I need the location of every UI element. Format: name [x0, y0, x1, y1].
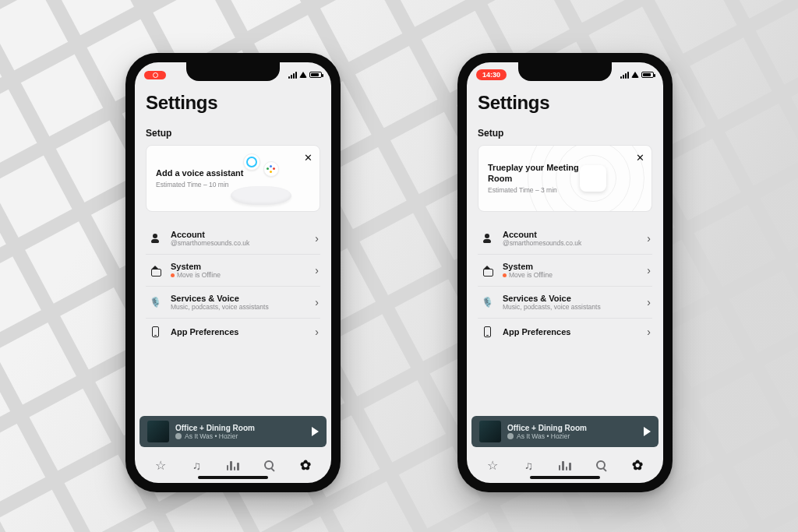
row-account[interactable]: Account @smarthomesounds.co.uk ›	[478, 223, 652, 255]
smart-speaker-icon	[231, 186, 291, 205]
row-label: System	[171, 262, 307, 271]
spotify-icon	[507, 433, 514, 439]
row-services-voice[interactable]: 🎙️ Services & Voice Music, podcasts, voi…	[146, 287, 320, 319]
phone-icon	[147, 326, 163, 337]
play-icon[interactable]	[644, 427, 651, 436]
phone-icon	[479, 326, 495, 337]
content: Settings Setup Add a voice assistant Est…	[135, 87, 331, 413]
row-app-preferences[interactable]: App Preferences ›	[478, 319, 652, 345]
section-label: Setup	[146, 128, 320, 139]
star-icon: ☆	[155, 458, 166, 473]
notch	[518, 62, 612, 81]
play-icon[interactable]	[312, 427, 319, 436]
tab-settings[interactable]: ✿	[295, 457, 316, 474]
tab-favorites[interactable]: ☆	[150, 458, 171, 473]
album-art	[479, 421, 501, 442]
now-playing-room: Office + Dining Room	[175, 424, 305, 432]
setup-card-voice-assistant[interactable]: Add a voice assistant Estimated Time – 1…	[146, 145, 320, 212]
close-icon[interactable]: ✕	[633, 150, 647, 164]
row-system[interactable]: System Move is Offline ›	[478, 255, 652, 287]
tab-favorites[interactable]: ☆	[482, 458, 503, 473]
row-services-voice[interactable]: 🎙️ Services & Voice Music, podcasts, voi…	[478, 287, 652, 319]
wifi-icon	[299, 72, 307, 78]
record-icon	[153, 72, 158, 78]
tab-rooms[interactable]	[554, 460, 576, 470]
offline-dot-icon	[503, 273, 507, 277]
setup-card-trueplay[interactable]: Trueplay your Meeting Room Estimated Tim…	[478, 145, 652, 212]
now-playing-bar[interactable]: Office + Dining Room As It Was • Hozier	[471, 416, 659, 447]
search-icon	[596, 460, 606, 470]
now-playing-bar[interactable]: Office + Dining Room As It Was • Hozier	[139, 416, 327, 447]
tab-settings[interactable]: ✿	[627, 457, 648, 474]
album-art	[147, 421, 169, 442]
stage: Settings Setup Add a voice assistant Est…	[0, 0, 798, 532]
user-icon	[479, 234, 495, 243]
row-account[interactable]: Account @smarthomesounds.co.uk ›	[146, 223, 320, 255]
row-label: Account	[503, 230, 639, 239]
card-illustration	[223, 152, 301, 205]
page-title: Settings	[478, 92, 652, 114]
cellular-icon	[620, 72, 629, 79]
tab-search[interactable]	[258, 460, 280, 470]
content: Settings Setup Trueplay your Meeting Roo…	[467, 87, 663, 413]
section-label: Setup	[478, 128, 652, 139]
gear-icon: ✿	[632, 457, 643, 474]
chevron-right-icon: ›	[315, 296, 319, 308]
chevron-right-icon: ›	[315, 264, 319, 277]
music-icon: ♫	[524, 459, 533, 472]
now-playing-track: As It Was • Hozier	[517, 432, 570, 440]
alexa-icon	[243, 153, 260, 171]
home-indicator[interactable]	[198, 476, 268, 479]
tab-music[interactable]: ♫	[186, 459, 208, 472]
gear-icon: ✿	[300, 457, 311, 474]
row-label: System	[503, 262, 639, 271]
card-illustration	[542, 146, 644, 211]
now-playing-track: As It Was • Hozier	[185, 432, 238, 440]
google-assistant-icon	[263, 161, 279, 177]
user-icon	[147, 234, 163, 243]
row-sublabel: Music, podcasts, voice assistants	[503, 303, 639, 311]
page-title: Settings	[146, 92, 320, 114]
spotify-icon	[175, 433, 182, 439]
row-label: Account	[171, 230, 307, 239]
row-sublabel: Move is Offline	[177, 271, 221, 279]
voice-icon: 🎙️	[147, 298, 163, 307]
equalizer-icon	[227, 460, 239, 470]
home-icon	[147, 266, 163, 275]
chevron-right-icon: ›	[647, 326, 651, 338]
battery-icon	[309, 72, 322, 78]
home-indicator[interactable]	[530, 476, 600, 479]
status-right	[288, 72, 322, 79]
status-pill-record[interactable]	[144, 71, 166, 79]
chevron-right-icon: ›	[647, 264, 651, 277]
row-label: App Preferences	[503, 327, 639, 336]
offline-dot-icon	[171, 273, 175, 277]
row-label: Services & Voice	[171, 294, 307, 303]
now-playing-room: Office + Dining Room	[507, 424, 637, 432]
row-sublabel: Move is Offline	[509, 271, 553, 279]
search-icon	[264, 460, 274, 470]
status-right	[620, 72, 654, 79]
close-icon[interactable]: ✕	[301, 150, 315, 164]
voice-icon: 🎙️	[479, 298, 495, 307]
chevron-right-icon: ›	[647, 296, 651, 308]
settings-list: Account @smarthomesounds.co.uk › System …	[146, 223, 320, 345]
chevron-right-icon: ›	[647, 232, 651, 245]
status-time: 14:30	[482, 71, 500, 79]
screen: Settings Setup Add a voice assistant Est…	[135, 62, 331, 483]
tab-rooms[interactable]	[222, 460, 244, 470]
home-icon	[479, 266, 495, 275]
status-pill-time[interactable]: 14:30	[476, 69, 507, 80]
phone-right: 14:30 Settings Setup Trueplay your Meeti…	[457, 53, 673, 492]
tab-music[interactable]: ♫	[518, 459, 540, 472]
tab-search[interactable]	[590, 460, 612, 470]
row-system[interactable]: System Move is Offline ›	[146, 255, 320, 287]
row-app-preferences[interactable]: App Preferences ›	[146, 319, 320, 345]
cellular-icon	[288, 72, 297, 79]
star-icon: ☆	[487, 458, 498, 473]
phone-left: Settings Setup Add a voice assistant Est…	[125, 53, 341, 492]
battery-icon	[641, 72, 654, 78]
row-sublabel: Music, podcasts, voice assistants	[171, 303, 307, 311]
notch	[186, 62, 280, 81]
row-label: Services & Voice	[503, 294, 639, 303]
